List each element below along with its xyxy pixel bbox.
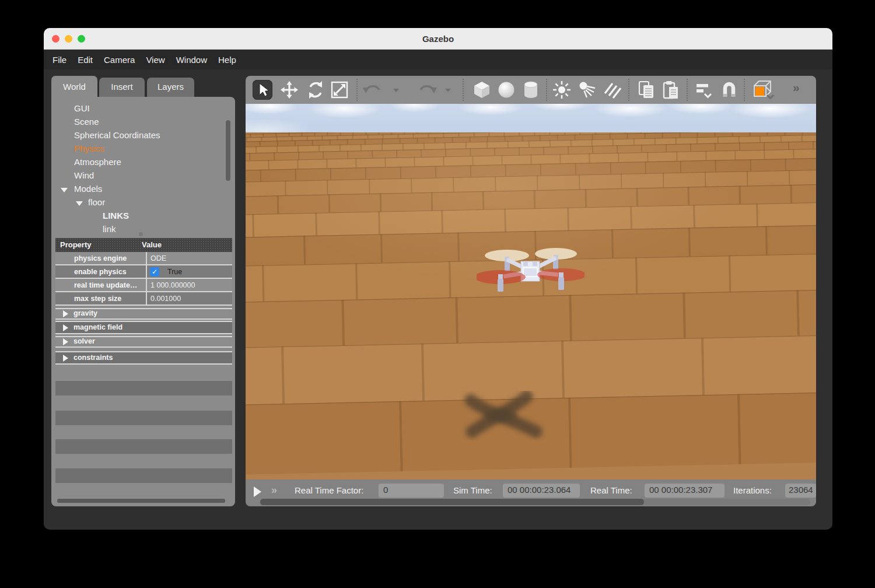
tab-layers[interactable]: Layers (147, 78, 194, 97)
align-button[interactable] (694, 80, 714, 100)
header-property: Property (60, 240, 91, 249)
expander-right-icon[interactable] (63, 338, 68, 345)
expander-down-icon[interactable] (76, 201, 83, 206)
tree-item-link[interactable]: link (51, 223, 235, 237)
section-solver[interactable]: solver (55, 336, 232, 348)
change-view-button[interactable] (750, 80, 776, 100)
column-separator (146, 252, 147, 264)
real-time-factor-label: Real Time Factor: (295, 485, 363, 495)
section-magnetic-field[interactable]: magnetic field (55, 321, 232, 334)
paste-button[interactable] (661, 80, 681, 100)
play-button[interactable] (254, 487, 261, 497)
column-separator (146, 279, 147, 291)
section-gravity[interactable]: gravity (55, 308, 232, 320)
render-toolbar: » (246, 76, 816, 104)
copy-icon (637, 80, 656, 100)
undo-dropdown-icon[interactable] (393, 89, 399, 92)
snap-button[interactable] (719, 80, 739, 100)
section-constraints[interactable]: constraints (55, 351, 232, 365)
property-table-header: Property Value (55, 238, 232, 252)
tree-item-scene[interactable]: Scene (51, 116, 235, 130)
toolbar-separator (687, 79, 688, 101)
copy-button[interactable] (636, 80, 656, 100)
tree-item-physics[interactable]: Physics (51, 143, 235, 156)
toolbar-overflow-icon[interactable]: » (793, 80, 800, 94)
menu-edit[interactable]: Edit (78, 55, 93, 65)
enable-physics-checkbox[interactable]: ✓ (150, 267, 159, 276)
redo-button[interactable] (418, 80, 438, 100)
menu-camera[interactable]: Camera (104, 55, 135, 65)
directional-light-icon (603, 80, 622, 100)
property-row-enable-physics[interactable]: enable physics ✓ True (55, 265, 232, 279)
panel-horizontal-scrollbar[interactable] (57, 499, 225, 503)
tree-item-models[interactable]: Models (51, 183, 235, 197)
undo-button[interactable] (362, 80, 382, 100)
property-row-real-time-update[interactable]: real time update… 1 000.000000 (55, 279, 232, 292)
menu-bar: File Edit Camera View Window Help (44, 50, 832, 69)
expander-right-icon[interactable] (63, 355, 68, 362)
tree-item-links[interactable]: LINKS (51, 210, 235, 223)
x-marker (453, 391, 552, 440)
cursor-arrow-icon (254, 82, 271, 98)
scale-tool-button[interactable] (330, 80, 349, 100)
title-bar: Gazebo (44, 28, 832, 50)
expander-right-icon[interactable] (63, 324, 68, 331)
toolbar-separator (744, 79, 745, 101)
menu-view[interactable]: View (146, 55, 164, 65)
drone-model[interactable] (477, 244, 584, 299)
tree-item-floor[interactable]: floor (51, 197, 235, 210)
empty-row (55, 439, 232, 454)
toolbar-separator (356, 79, 358, 101)
real-time-factor-field[interactable]: 0 (379, 484, 444, 498)
menu-window[interactable]: Window (176, 55, 207, 65)
tab-world[interactable]: World (51, 76, 97, 97)
sim-time-field[interactable]: 00 00:00:23.064 (503, 484, 580, 498)
move-icon (280, 80, 299, 99)
tree-item-wind[interactable]: Wind (51, 170, 235, 183)
menu-help[interactable]: Help (218, 55, 236, 65)
expander-right-icon[interactable] (63, 310, 68, 317)
tree-item-atmosphere[interactable]: Atmosphere (51, 156, 235, 170)
viewport-horizontal-scrollbar[interactable] (260, 499, 810, 505)
select-tool-button[interactable] (253, 80, 272, 100)
tree-item-gui[interactable]: GUI (51, 103, 235, 116)
iterations-field[interactable]: 23064 (785, 484, 816, 498)
sun-icon (552, 80, 572, 100)
scale-icon (330, 80, 349, 99)
panel-splitter-handle[interactable] (139, 232, 143, 236)
header-value: Value (142, 240, 162, 249)
front-left-leg (498, 279, 503, 292)
point-light-button[interactable] (552, 80, 572, 100)
check-icon: ✓ (150, 267, 159, 276)
expander-down-icon[interactable] (61, 188, 68, 192)
property-row-physics-engine[interactable]: physics engine ODE (55, 252, 232, 265)
column-separator (146, 265, 147, 278)
status-expand-icon[interactable]: » (271, 484, 277, 496)
world-panel: GUI Scene Spherical Coordinates Physics … (51, 97, 235, 506)
scene-viewport[interactable] (246, 104, 816, 480)
wood-floor (246, 132, 816, 480)
tree-item-spherical-coordinates[interactable]: Spherical Coordinates (51, 130, 235, 143)
column-separator (146, 292, 147, 304)
insert-box-button[interactable] (472, 80, 492, 100)
spot-light-icon (578, 80, 597, 100)
tree-vertical-scrollbar[interactable] (226, 120, 230, 181)
scrollbar-thumb[interactable] (260, 499, 644, 505)
menu-file[interactable]: File (52, 55, 66, 65)
real-time-field[interactable]: 00 00:00:23.307 (645, 484, 724, 498)
tab-insert[interactable]: Insert (99, 78, 145, 97)
translate-tool-button[interactable] (279, 80, 299, 100)
redo-dropdown-icon[interactable] (445, 89, 451, 92)
directional-light-button[interactable] (603, 80, 622, 100)
insert-sphere-button[interactable] (496, 80, 516, 100)
property-row-max-step-size[interactable]: max step size 0.001000 (55, 292, 232, 306)
render-area: » (246, 76, 816, 506)
spot-light-button[interactable] (578, 80, 597, 100)
toolbar-separator (463, 79, 464, 101)
empty-row (55, 381, 232, 396)
front-right-leg (558, 277, 564, 290)
sim-time-label: Sim Time: (453, 485, 492, 495)
property-table: Property Value physics engine ODE enable… (55, 238, 232, 306)
rotate-tool-button[interactable] (306, 80, 326, 100)
insert-cylinder-button[interactable] (521, 80, 541, 100)
